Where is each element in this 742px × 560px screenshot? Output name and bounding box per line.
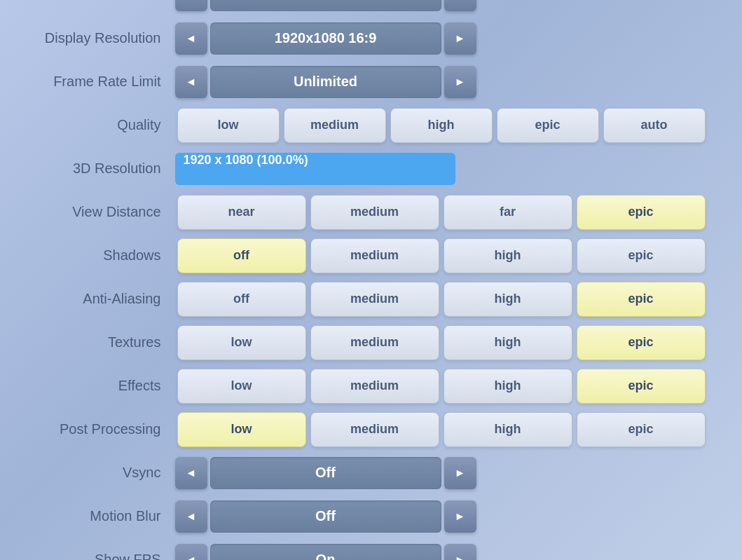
resolution-3d-label: 3D Resolution bbox=[35, 161, 175, 177]
vsync-value: Off bbox=[210, 457, 441, 489]
anti-aliasing-off[interactable]: off bbox=[177, 282, 306, 317]
vsync-next[interactable]: ► bbox=[444, 457, 476, 489]
textures-row: Textures low medium high epic bbox=[35, 324, 708, 362]
quality-label: Quality bbox=[35, 117, 175, 133]
anti-aliasing-high[interactable]: high bbox=[444, 282, 572, 317]
resolution-3d-value[interactable]: 1920 x 1080 (100.0%) bbox=[175, 153, 455, 185]
textures-high[interactable]: high bbox=[444, 325, 572, 360]
effects-row: Effects low medium high epic bbox=[35, 367, 708, 405]
frame-rate-next[interactable]: ► bbox=[444, 66, 476, 98]
post-processing-high[interactable]: high bbox=[444, 412, 572, 447]
effects-low[interactable]: low bbox=[177, 369, 306, 404]
window-mode-control: ◄ Fullscreen ► bbox=[175, 0, 708, 11]
frame-rate-row: Frame Rate Limit ◄ Unlimited ► bbox=[35, 63, 708, 101]
shadows-epic[interactable]: epic bbox=[577, 238, 706, 273]
motion-blur-value: Off bbox=[210, 500, 441, 533]
post-processing-row: Post Processing low medium high epic bbox=[35, 411, 708, 449]
post-processing-control: low medium high epic bbox=[175, 412, 708, 447]
show-fps-control: ◄ On ► bbox=[175, 544, 708, 561]
view-distance-near[interactable]: near bbox=[177, 195, 306, 230]
textures-control: low medium high epic bbox=[175, 325, 708, 360]
show-fps-prev[interactable]: ◄ bbox=[175, 544, 207, 561]
motion-blur-control: ◄ Off ► bbox=[175, 500, 708, 533]
vsync-label: Vsync bbox=[35, 465, 175, 481]
effects-high[interactable]: high bbox=[444, 369, 572, 404]
display-resolution-control: ◄ 1920x1080 16:9 ► bbox=[175, 22, 708, 55]
view-distance-epic[interactable]: epic bbox=[577, 195, 706, 230]
effects-control: low medium high epic bbox=[175, 369, 708, 404]
motion-blur-row: Motion Blur ◄ Off ► bbox=[35, 498, 708, 535]
display-resolution-next[interactable]: ► bbox=[444, 22, 476, 55]
view-distance-label: View Distance bbox=[35, 204, 175, 220]
frame-rate-prev[interactable]: ◄ bbox=[175, 66, 207, 98]
post-processing-medium[interactable]: medium bbox=[310, 412, 439, 447]
settings-panel: Window Mode ◄ Fullscreen ► Display Resol… bbox=[14, 0, 729, 560]
window-mode-value: Fullscreen bbox=[210, 0, 441, 11]
quality-row: Quality low medium high epic auto bbox=[35, 107, 708, 144]
quality-epic[interactable]: epic bbox=[497, 108, 599, 143]
effects-medium[interactable]: medium bbox=[310, 369, 439, 404]
quality-control: low medium high epic auto bbox=[175, 108, 708, 143]
vsync-row: Vsync ◄ Off ► bbox=[35, 454, 708, 492]
textures-medium[interactable]: medium bbox=[310, 325, 439, 360]
textures-low[interactable]: low bbox=[177, 325, 306, 360]
frame-rate-control: ◄ Unlimited ► bbox=[175, 66, 708, 98]
vsync-prev[interactable]: ◄ bbox=[175, 457, 207, 489]
post-processing-low[interactable]: low bbox=[177, 412, 306, 447]
display-resolution-value: 1920x1080 16:9 bbox=[210, 22, 441, 55]
quality-auto[interactable]: auto bbox=[603, 108, 706, 143]
textures-label: Textures bbox=[35, 334, 175, 350]
motion-blur-prev[interactable]: ◄ bbox=[175, 500, 207, 533]
quality-high[interactable]: high bbox=[390, 108, 493, 143]
shadows-medium[interactable]: medium bbox=[310, 238, 439, 273]
resolution-3d-control: 1920 x 1080 (100.0%) bbox=[175, 153, 708, 185]
vsync-control: ◄ Off ► bbox=[175, 457, 708, 489]
resolution-3d-row: 3D Resolution 1920 x 1080 (100.0%) bbox=[35, 150, 708, 188]
anti-aliasing-label: Anti-Aliasing bbox=[35, 291, 175, 307]
window-mode-label: Window Mode bbox=[35, 0, 175, 3]
textures-epic[interactable]: epic bbox=[577, 325, 706, 360]
shadows-high[interactable]: high bbox=[444, 238, 572, 273]
post-processing-epic[interactable]: epic bbox=[577, 412, 706, 447]
effects-label: Effects bbox=[35, 378, 175, 394]
window-mode-row: Window Mode ◄ Fullscreen ► bbox=[35, 0, 708, 14]
view-distance-medium[interactable]: medium bbox=[310, 195, 439, 230]
quality-medium[interactable]: medium bbox=[284, 108, 386, 143]
effects-epic[interactable]: epic bbox=[577, 369, 706, 404]
shadows-control: off medium high epic bbox=[175, 238, 708, 273]
show-fps-row: Show FPS ◄ On ► bbox=[35, 541, 708, 561]
display-resolution-prev[interactable]: ◄ bbox=[175, 22, 207, 55]
anti-aliasing-epic[interactable]: epic bbox=[577, 282, 706, 317]
anti-aliasing-row: Anti-Aliasing off medium high epic bbox=[35, 280, 708, 318]
show-fps-value: On bbox=[210, 544, 441, 561]
motion-blur-next[interactable]: ► bbox=[444, 500, 476, 533]
shadows-row: Shadows off medium high epic bbox=[35, 237, 708, 275]
quality-low[interactable]: low bbox=[177, 108, 280, 143]
motion-blur-label: Motion Blur bbox=[35, 508, 175, 524]
window-mode-prev[interactable]: ◄ bbox=[175, 0, 207, 11]
view-distance-control: near medium far epic bbox=[175, 195, 708, 230]
window-mode-next[interactable]: ► bbox=[444, 0, 476, 11]
frame-rate-label: Frame Rate Limit bbox=[35, 74, 175, 90]
anti-aliasing-medium[interactable]: medium bbox=[310, 282, 439, 317]
view-distance-row: View Distance near medium far epic bbox=[35, 193, 708, 231]
post-processing-label: Post Processing bbox=[35, 421, 175, 437]
show-fps-next[interactable]: ► bbox=[444, 544, 476, 561]
shadows-off[interactable]: off bbox=[177, 238, 306, 273]
anti-aliasing-control: off medium high epic bbox=[175, 282, 708, 317]
show-fps-label: Show FPS bbox=[35, 552, 175, 560]
shadows-label: Shadows bbox=[35, 247, 175, 264]
frame-rate-value: Unlimited bbox=[210, 66, 441, 98]
display-resolution-label: Display Resolution bbox=[35, 30, 175, 46]
view-distance-far[interactable]: far bbox=[444, 195, 572, 230]
display-resolution-row: Display Resolution ◄ 1920x1080 16:9 ► bbox=[35, 20, 708, 57]
